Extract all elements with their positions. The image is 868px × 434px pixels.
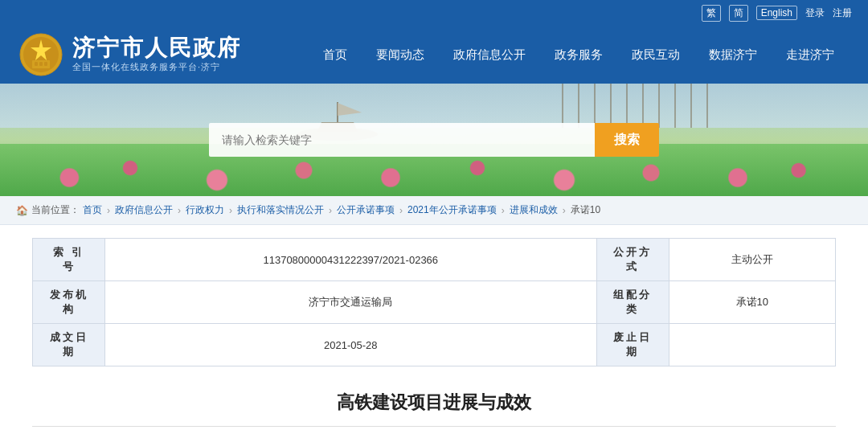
label-date: 成文日期 <box>33 324 105 366</box>
value-category: 承诺10 <box>669 281 835 324</box>
value-date: 2021-05-28 <box>105 324 597 366</box>
search-input[interactable] <box>209 123 595 157</box>
label-category: 组配分类 <box>596 281 669 324</box>
breadcrumb-2021[interactable]: 2021年公开承诺事项 <box>407 203 497 217</box>
breadcrumb-progress[interactable]: 进展和成效 <box>510 203 558 217</box>
sep4: › <box>329 205 332 216</box>
traditional-chinese-btn[interactable]: 繁 <box>702 5 721 22</box>
header: 济宁市人民政府 全国一体化在线政务服务平台·济宁 首页 要闻动态 政府信息公开 … <box>0 26 868 84</box>
sep5: › <box>399 205 403 216</box>
table-row: 成文日期 2021-05-28 废止日期 <box>33 324 836 366</box>
table-row: 索 引 号 11370800000431222397/2021-02366 公开… <box>33 239 836 281</box>
nav-home[interactable]: 首页 <box>309 26 362 84</box>
nav-data[interactable]: 数据济宁 <box>694 26 772 84</box>
nav-about[interactable]: 走进济宁 <box>772 26 849 84</box>
value-publish-method: 主动公开 <box>669 239 835 281</box>
main-nav: 首页 要闻动态 政府信息公开 政务服务 政民互动 数据济宁 走进济宁 <box>244 26 849 84</box>
label-publisher: 发布机构 <box>33 281 105 324</box>
value-publisher: 济宁市交通运输局 <box>105 281 597 324</box>
simplified-chinese-btn[interactable]: 简 <box>729 5 748 22</box>
value-expire-date <box>669 324 835 366</box>
sep1: › <box>107 205 110 216</box>
svg-rect-5 <box>39 62 43 66</box>
government-emblem-icon <box>19 33 63 76</box>
article-title: 高铁建设项目进展与成效 <box>32 383 836 426</box>
label-publish-method: 公开方式 <box>596 239 669 281</box>
english-btn[interactable]: English <box>756 6 797 20</box>
register-link[interactable]: 注册 <box>833 6 852 20</box>
search-box: 搜索 <box>209 123 659 157</box>
nav-services[interactable]: 政务服务 <box>540 26 617 84</box>
site-title: 济宁市人民政府 <box>72 36 241 61</box>
logo-text: 济宁市人民政府 全国一体化在线政务服务平台·济宁 <box>72 36 241 73</box>
sep6: › <box>502 205 505 216</box>
sep7: › <box>563 205 566 216</box>
search-button[interactable]: 搜索 <box>595 123 659 157</box>
breadcrumb-info[interactable]: 政府信息公开 <box>115 203 173 217</box>
logo-area: 济宁市人民政府 全国一体化在线政务服务平台·济宁 <box>19 33 244 76</box>
info-table: 索 引 号 11370800000431222397/2021-02366 公开… <box>32 238 836 366</box>
top-bar: 繁 简 English 登录 注册 <box>0 0 868 26</box>
article-divider <box>32 426 836 427</box>
hero-banner: 搜索 <box>0 84 868 196</box>
home-icon: 🏠 <box>16 205 28 216</box>
nav-news[interactable]: 要闻动态 <box>362 26 439 84</box>
nav-interaction[interactable]: 政民互动 <box>617 26 694 84</box>
label-expire-date: 废止日期 <box>596 324 669 366</box>
login-link[interactable]: 登录 <box>805 6 825 20</box>
breadcrumb-promise[interactable]: 公开承诺事项 <box>337 203 395 217</box>
nav-info[interactable]: 政府信息公开 <box>439 26 540 84</box>
main-content: 索 引 号 11370800000431222397/2021-02366 公开… <box>0 225 868 434</box>
breadcrumb-home[interactable]: 首页 <box>83 203 102 217</box>
svg-rect-4 <box>35 62 38 66</box>
site-subtitle: 全国一体化在线政务服务平台·济宁 <box>72 61 241 73</box>
label-index: 索 引 号 <box>33 239 105 281</box>
breadcrumb-admin[interactable]: 行政权力 <box>186 203 224 217</box>
breadcrumb-label: 当前位置： <box>31 203 80 217</box>
table-row: 发布机构 济宁市交通运输局 组配分类 承诺10 <box>33 281 836 324</box>
sep2: › <box>178 205 181 216</box>
value-index: 11370800000431222397/2021-02366 <box>105 239 597 281</box>
breadcrumb-exec[interactable]: 执行和落实情况公开 <box>237 203 324 217</box>
breadcrumb-current: 承诺10 <box>571 203 600 217</box>
svg-rect-6 <box>44 62 47 66</box>
sep3: › <box>229 205 232 216</box>
breadcrumb-bar: 🏠 当前位置： 首页 › 政府信息公开 › 行政权力 › 执行和落实情况公开 ›… <box>0 196 868 225</box>
